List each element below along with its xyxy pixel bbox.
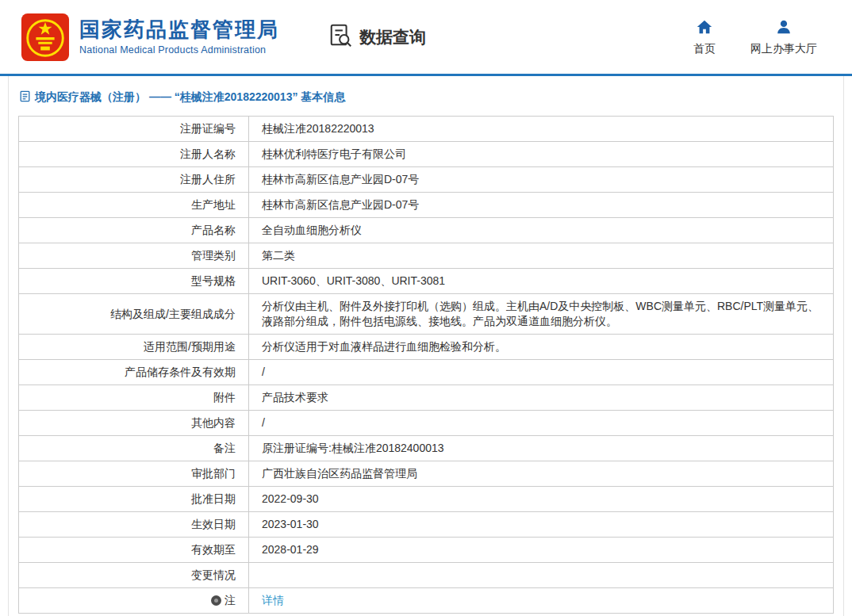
field-label: 批准日期 (19, 487, 249, 512)
field-value: 2028-01-29 (249, 538, 834, 563)
table-row: 注册人住所桂林市高新区信息产业园D-07号 (19, 167, 834, 193)
org-subtitle: National Medical Products Administration (79, 44, 279, 55)
field-label: 适用范围/预期用途 (19, 335, 249, 360)
field-label: 注册人名称 (19, 142, 249, 167)
field-value: 详情 (249, 588, 834, 614)
field-value: 桂林市高新区信息产业园D-07号 (249, 193, 834, 218)
org-names: 国家药品监督管理局 National Medical Products Admi… (79, 18, 279, 55)
nav-label: 网上办事大厅 (750, 42, 817, 56)
data-query-icon (328, 23, 354, 52)
table-row: 有效期至2028-01-29 (19, 538, 834, 563)
home-icon (696, 18, 713, 39)
table-row: 审批部门广西壮族自治区药品监督管理局 (19, 461, 834, 487)
table-row: 型号规格URIT-3060、URIT-3080、URIT-3081 (19, 269, 834, 294)
info-table-body: 注册证编号桂械注准20182220013注册人名称桂林优利特医疗电子有限公司注册… (19, 117, 834, 614)
table-row: 产品储存条件及有效期/ (19, 360, 834, 385)
content-area: 境内医疗器械（注册） —— “桂械注准20182220013” 基本信息 注册证… (8, 76, 844, 616)
table-row: 附件产品技术要求 (19, 385, 834, 411)
field-value: 桂林市高新区信息产业园D-07号 (249, 167, 834, 193)
header-nav: 首页 网上办事大厅 (693, 18, 828, 56)
person-icon (775, 18, 793, 39)
table-row: 注册证编号桂械注准20182220013 (19, 117, 834, 142)
field-label: 注册人住所 (19, 167, 249, 193)
field-value: 分析仪由主机、附件及外接打印机（选购）组成。主机由A/D及中央控制板、WBC测量… (249, 294, 834, 335)
field-value: / (249, 411, 834, 436)
table-row: 生效日期2023-01-30 (19, 512, 834, 538)
detail-link[interactable]: 详情 (262, 594, 284, 606)
table-row: 备注原注册证编号:桂械注准20182400013 (19, 436, 834, 461)
table-row: 适用范围/预期用途分析仪适用于对血液样品进行血细胞检验和分析。 (19, 335, 834, 360)
field-label: 生产地址 (19, 193, 249, 218)
field-value: / (249, 360, 834, 385)
site-header: 国家药品监督管理局 National Medical Products Admi… (0, 0, 852, 74)
brand[interactable]: 国家药品监督管理局 National Medical Products Admi… (21, 13, 279, 62)
table-row: 批准日期2022-09-30 (19, 487, 834, 512)
table-row: 管理类别第二类 (19, 243, 834, 269)
field-value: 2022-09-30 (249, 487, 834, 512)
field-value: 桂械注准20182220013 (249, 117, 834, 142)
registration-info-table: 注册证编号桂械注准20182220013注册人名称桂林优利特医疗电子有限公司注册… (18, 116, 834, 614)
field-value: 分析仪适用于对血液样品进行血细胞检验和分析。 (249, 335, 834, 360)
field-value: 2023-01-30 (249, 512, 834, 538)
table-row: 其他内容/ (19, 411, 834, 436)
org-title: 国家药品监督管理局 (79, 18, 279, 42)
field-label: 产品储存条件及有效期 (19, 360, 249, 385)
field-value: 产品技术要求 (249, 385, 834, 411)
note-icon (211, 595, 221, 606)
field-label: 生效日期 (19, 512, 249, 538)
table-row: 生产地址桂林市高新区信息产业园D-07号 (19, 193, 834, 218)
field-value: 桂林优利特医疗电子有限公司 (249, 142, 834, 167)
field-value: 第二类 (249, 243, 834, 269)
field-label: 备注 (19, 436, 249, 461)
field-label: 注 (19, 588, 249, 614)
field-label: 有效期至 (19, 538, 249, 563)
field-label: 其他内容 (19, 411, 249, 436)
field-label: 审批部门 (19, 461, 249, 487)
table-row: 注册人名称桂林优利特医疗电子有限公司 (19, 142, 834, 167)
national-emblem-icon (21, 13, 70, 62)
field-label: 结构及组成/主要组成成分 (19, 294, 249, 335)
field-label: 注册证编号 (19, 117, 249, 142)
document-icon (20, 90, 30, 105)
field-value: 广西壮族自治区药品监督管理局 (249, 461, 834, 487)
field-label: 附件 (19, 385, 249, 411)
table-row: 注详情 (19, 588, 834, 614)
field-label: 管理类别 (19, 243, 249, 269)
field-label: 产品名称 (19, 218, 249, 243)
field-value: 原注册证编号:桂械注准20182400013 (249, 436, 834, 461)
nav-item-service-hall[interactable]: 网上办事大厅 (750, 18, 817, 56)
data-query-label: 数据查询 (359, 26, 426, 48)
field-value: 全自动血细胞分析仪 (249, 218, 834, 243)
field-label: 变更情况 (19, 563, 249, 588)
table-row: 产品名称全自动血细胞分析仪 (19, 218, 834, 243)
field-value: URIT-3060、URIT-3080、URIT-3081 (249, 269, 834, 294)
data-query-section: 数据查询 (328, 23, 426, 52)
breadcrumb-text: 境内医疗器械（注册） —— “桂械注准20182220013” 基本信息 (35, 90, 345, 105)
field-value (249, 563, 834, 588)
breadcrumb: 境内医疗器械（注册） —— “桂械注准20182220013” 基本信息 (18, 89, 834, 116)
table-row: 结构及组成/主要组成成分分析仪由主机、附件及外接打印机（选购）组成。主机由A/D… (19, 294, 834, 335)
nav-item-home[interactable]: 首页 (693, 18, 716, 56)
table-row: 变更情况 (19, 563, 834, 588)
field-label: 型号规格 (19, 269, 249, 294)
nav-label: 首页 (693, 42, 716, 56)
